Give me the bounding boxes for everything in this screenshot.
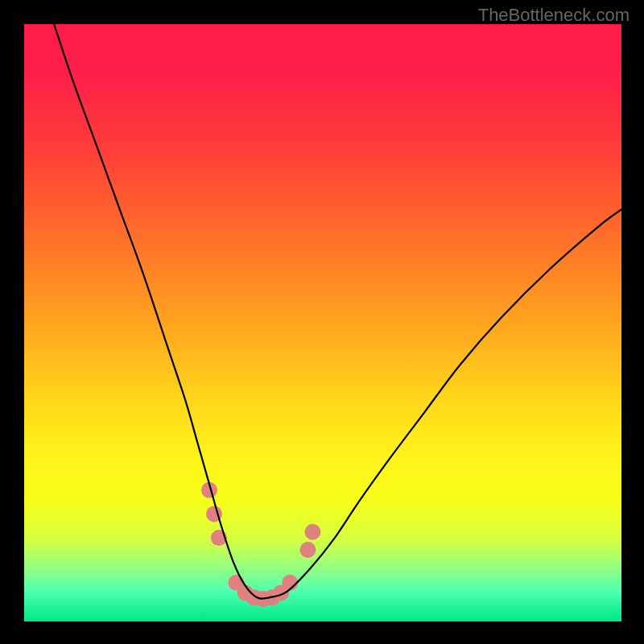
chart-marker [299,542,316,558]
bottleneck-curve [54,24,621,599]
chart-plot-area [24,24,621,621]
chart-marker [304,524,320,540]
watermark-text: TheBottleneck.com [478,5,630,26]
chart-markers [201,482,320,607]
chart-curve-layer [24,24,621,621]
